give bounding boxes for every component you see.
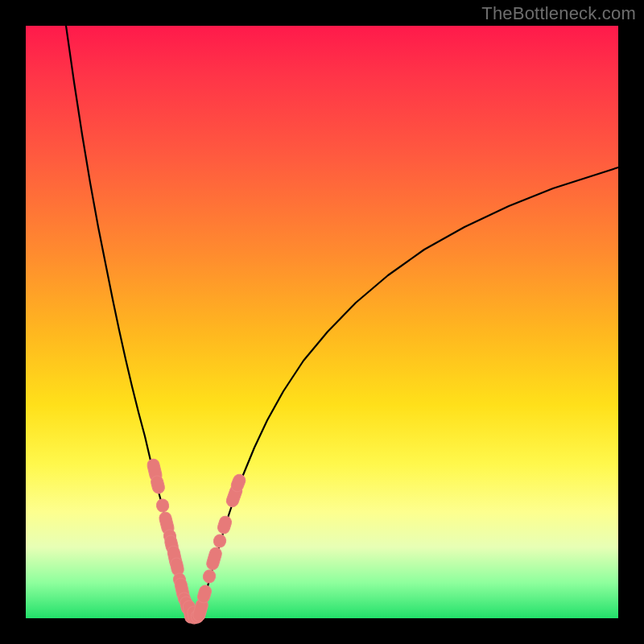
curve-layer xyxy=(66,26,618,617)
svg-rect-18 xyxy=(205,546,223,571)
svg-rect-17 xyxy=(202,568,217,584)
svg-rect-2 xyxy=(155,497,171,513)
watermark-text: TheBottleneck.com xyxy=(481,3,636,24)
chart-svg xyxy=(26,26,618,618)
marker-layer xyxy=(146,458,247,625)
chart-frame: TheBottleneck.com xyxy=(0,0,644,644)
svg-rect-20 xyxy=(217,514,233,535)
plot-area xyxy=(26,26,618,618)
svg-rect-19 xyxy=(213,533,228,549)
